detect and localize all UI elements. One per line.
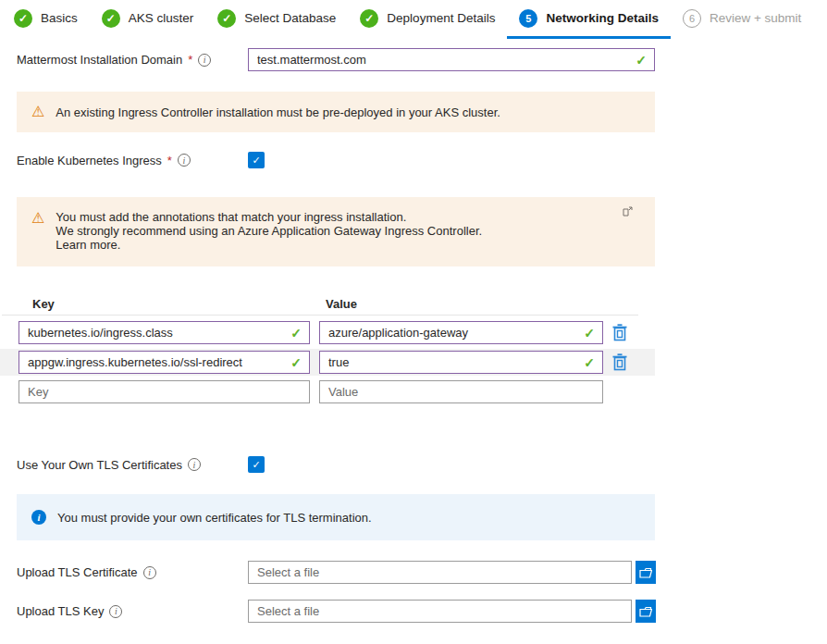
upload-key-row: Upload TLS Key i [17,600,672,623]
step-number-badge: 6 [683,9,701,28]
warning-text: An existing Ingress Controller installat… [56,105,500,119]
key-column-header: Key [32,297,326,311]
key-input-wrap: ✓ [19,321,310,344]
tab-label: AKS cluster [129,11,194,25]
annotations-warning-text: You must add the annotations that match … [56,210,482,252]
annotations-table: Key Value ✓ ✓ ✓ ✓ [0,297,655,403]
folder-icon [639,567,652,578]
tls-info-banner: i You must provide your own certificates… [17,494,655,540]
new-annotation-value-input[interactable] [319,380,603,403]
tls-certificates-checkbox[interactable]: ✓ [248,456,265,473]
annotation-key-input[interactable] [19,351,310,374]
info-icon[interactable]: i [188,458,201,471]
tab-label: Basics [41,11,78,25]
tab-label: Networking Details [546,11,659,25]
upload-cert-input[interactable] [248,561,632,584]
table-row: ✓ ✓ [0,321,655,344]
table-row-empty [0,380,655,403]
upload-cert-label: Upload TLS Certificate i [17,565,248,579]
enable-ingress-row: Enable Kubernetes Ingress * i ✓ [17,152,672,168]
external-link-icon[interactable] [623,205,633,219]
tab-review-submit[interactable]: 6 Review + submit [671,0,813,39]
tls-certificates-label-text: Use Your Own TLS Certificates [17,458,182,472]
tab-aks-cluster[interactable]: ✓ AKS cluster [90,0,206,39]
domain-label: Mattermost Installation Domain * i [17,53,248,67]
networking-details-form: Mattermost Installation Domain * i ✓ ⚠ A… [0,48,672,623]
tab-label: Review + submit [710,11,801,25]
new-annotation-key-input[interactable] [19,380,310,403]
info-icon[interactable]: i [178,154,191,167]
annotation-key-input[interactable] [19,321,310,344]
step-complete-check-icon: ✓ [217,9,236,28]
tab-basics[interactable]: ✓ Basics [2,0,90,39]
warning-icon: ⚠ [31,211,44,252]
domain-label-text: Mattermost Installation Domain [17,53,182,67]
key-input-wrap: ✓ [19,351,310,374]
value-input-wrap: ✓ [310,321,603,344]
info-icon[interactable]: i [109,605,122,618]
warning-line-1: You must add the annotations that match … [56,210,482,224]
value-column-header: Value [326,297,357,311]
annotations-warning-banner: ⚠ You must add the annotations that matc… [17,197,655,266]
step-complete-check-icon: ✓ [102,9,120,28]
trash-icon [612,353,627,371]
tab-networking-details[interactable]: 5 Networking Details [507,0,671,39]
tab-select-database[interactable]: ✓ Select Database [205,0,348,39]
delete-row-button[interactable] [612,353,627,371]
table-row: ✓ ✓ [0,349,655,376]
upload-key-label: Upload TLS Key i [17,604,248,618]
domain-input[interactable] [248,48,655,71]
info-icon[interactable]: i [198,54,211,67]
upload-key-input[interactable] [248,600,632,623]
upload-key-label-text: Upload TLS Key [17,604,104,618]
required-asterisk: * [188,53,192,67]
delete-row-button[interactable] [612,324,627,341]
enable-ingress-checkbox[interactable]: ✓ [248,152,265,168]
enable-ingress-label: Enable Kubernetes Ingress * i [17,154,248,167]
info-text: You must provide your own certificates f… [57,511,372,525]
tls-certificates-row: Use Your Own TLS Certificates i ✓ [17,456,672,473]
ingress-warning-banner: ⚠ An existing Ingress Controller install… [17,92,655,132]
trash-icon [612,324,627,341]
annotations-table-header: Key Value [0,297,655,311]
checkbox-check-icon: ✓ [252,155,260,167]
tls-certificates-label: Use Your Own TLS Certificates i [17,458,248,472]
enable-ingress-label-text: Enable Kubernetes Ingress [17,154,162,167]
warning-line-2: We strongly recommend using an Azure App… [56,224,482,238]
wizard-tabs: ✓ Basics ✓ AKS cluster ✓ Select Database… [0,0,827,39]
table-divider [2,315,638,316]
domain-input-wrap: ✓ [248,48,655,71]
upload-cert-label-text: Upload TLS Certificate [17,565,138,579]
step-complete-check-icon: ✓ [14,9,32,28]
tab-label: Deployment Details [387,11,495,25]
step-number-badge: 5 [519,9,537,28]
annotation-value-input[interactable] [319,321,603,344]
info-icon[interactable]: i [143,566,156,579]
browse-cert-button[interactable] [636,561,656,584]
tab-deployment-details[interactable]: ✓ Deployment Details [348,0,507,39]
domain-field-row: Mattermost Installation Domain * i ✓ [17,48,672,71]
warning-line-3[interactable]: Learn more. [56,238,482,252]
browse-key-button[interactable] [636,600,656,623]
folder-icon [639,606,652,617]
upload-cert-row: Upload TLS Certificate i [17,561,672,584]
tab-label: Select Database [244,11,336,25]
value-input-wrap: ✓ [310,351,603,374]
warning-icon: ⚠ [31,105,44,119]
checkbox-check-icon: ✓ [252,459,260,471]
annotation-value-input[interactable] [319,351,603,374]
step-complete-check-icon: ✓ [360,9,378,28]
info-circle-icon: i [31,510,46,525]
required-asterisk: * [167,154,172,167]
